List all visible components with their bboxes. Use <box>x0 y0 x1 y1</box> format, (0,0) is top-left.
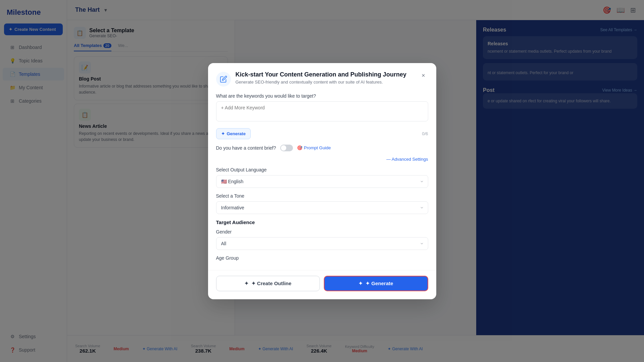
keyword-label: What are the keywords you would like to … <box>216 93 428 99</box>
close-icon: × <box>422 72 425 79</box>
modal-subtitle: Generate SEO-friendly and contextually c… <box>236 80 414 85</box>
advanced-settings-button[interactable]: — Advanced Settings <box>386 157 428 162</box>
language-select[interactable]: 🇺🇸 English 🇪🇸 Spanish 🇫🇷 French <box>216 175 428 188</box>
generate-sparkle-icon: ✦ <box>358 280 363 287</box>
target-audience-label: Target Audience <box>216 219 428 225</box>
kick-start-modal: Kick-start Your Content Generation and P… <box>208 63 436 299</box>
tone-select[interactable]: Informative Casual Formal Persuasive <box>216 201 428 214</box>
content-brief-label: Do you have a content brief? <box>216 145 276 151</box>
modal-title: Kick-start Your Content Generation and P… <box>236 71 414 78</box>
language-label: Select Output Language <box>216 167 428 172</box>
modal-icon-wrap <box>216 72 231 87</box>
pencil-icon <box>220 75 227 83</box>
tone-label: Select a Tone <box>216 193 428 199</box>
prompt-guide-button[interactable]: 🎯 Prompt Guide <box>297 145 331 150</box>
generate-keyword-button[interactable]: ✦ Generate <box>216 128 251 139</box>
content-brief-toggle[interactable] <box>280 145 293 151</box>
prompt-guide-icon: 🎯 <box>297 145 302 150</box>
gender-label: Gender <box>216 229 428 235</box>
keyword-input[interactable] <box>216 101 428 121</box>
keyword-counter: 0/6 <box>422 131 428 136</box>
gender-select[interactable]: All Male Female <box>216 237 428 250</box>
generate-button[interactable]: ✦ ✦ Generate <box>324 276 428 291</box>
age-group-label: Age Group <box>216 255 428 261</box>
modal-overlay: Kick-start Your Content Generation and P… <box>0 0 644 362</box>
sparkle-icon: ✦ <box>221 131 225 136</box>
modal-close-button[interactable]: × <box>419 71 428 81</box>
create-outline-button[interactable]: ✦ ✦ Create Outline <box>216 276 320 291</box>
outline-sparkle-icon: ✦ <box>244 280 249 287</box>
